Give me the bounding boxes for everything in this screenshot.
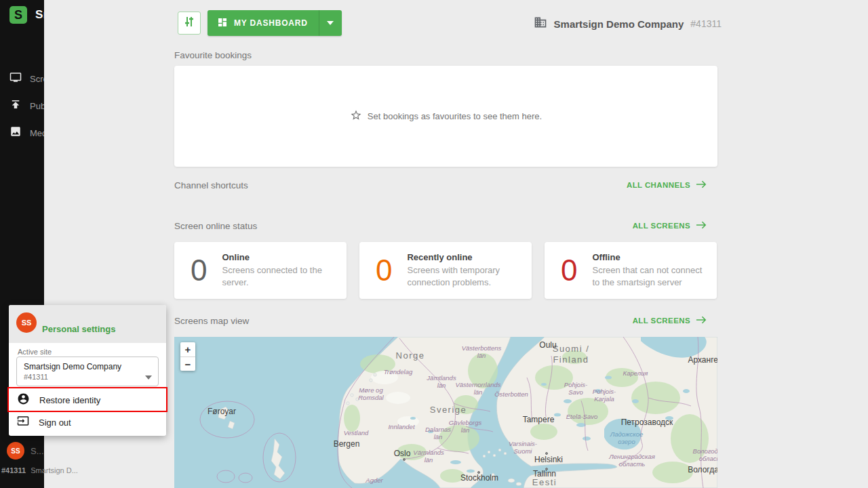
sidebar-user[interactable]: SS S... [0,439,44,462]
arrow-right-icon [696,221,707,230]
active-site-select[interactable]: Smartsign Demo Company #41311 [16,357,159,386]
publish-icon [9,98,22,113]
screens-icon [9,71,22,86]
online-card-title: Online [222,252,333,262]
status-cards-row: 0 Online Screens connected to the server… [174,242,717,299]
sidebar-user-label: S... [31,446,44,456]
map-label: Västernorrlands län [455,381,500,396]
map-label: Trøndelag [384,368,413,375]
map-label: Вологда [688,465,717,474]
map-label: Карелия [623,369,648,377]
map-section-title: Screens map view [174,316,249,326]
city-dot [545,468,548,470]
map-label: Føroyar [208,407,236,416]
chevron-down-icon [327,21,334,25]
screens-section-title: Screen online status [174,221,257,231]
restore-identity-menu-item[interactable]: Restore identity [9,389,166,411]
recently-online-count: 0 [376,256,392,285]
sidebar-item-publish[interactable]: Publis [0,92,44,119]
offline-count: 0 [561,256,577,285]
map-label: Stockholm [460,473,498,483]
map-label: Jämtlands län [427,374,456,390]
popup-avatar: SS [16,312,37,333]
dashboard-dropdown-caret[interactable] [319,10,342,36]
screens-map[interactable]: NorgeSverigeSuomi / FinlandEestiOuluАрха… [174,337,717,488]
map-zoom-control: + − [180,342,195,371]
map-label: Oulu [539,340,556,350]
my-dashboard-button[interactable]: MY DASHBOARD [208,10,342,36]
favourites-empty-message: Set bookings as favourites to see them h… [368,111,542,121]
map-label: Sverige [430,405,467,415]
all-channels-link[interactable]: ALL CHANNELS [627,180,707,190]
dashboard-grid-icon [217,17,228,30]
sidebar-site-line: #41311 Smartsign D... [1,466,78,474]
smartsign-logo-icon: S [9,6,27,24]
user-avatar: SS [7,442,24,460]
brand-text: Sm [35,8,44,22]
map-label: Oslo [394,449,411,458]
city-dot [403,458,406,461]
map-label: Innlandet [388,423,414,430]
sidebar-site-number: #41311 [1,466,26,474]
map-label: Архангел [688,355,717,365]
all-screens-link[interactable]: ALL SCREENS [633,221,707,230]
online-card-description: Screens connected to the server. [222,264,333,289]
main-area: MY DASHBOARD Smartsign Demo Company #413… [44,0,868,488]
map-all-screens-link[interactable]: ALL SCREENS [633,316,707,325]
restore-identity-label: Restore identity [39,395,100,405]
map-zoom-out-button[interactable]: − [180,357,195,371]
arrow-right-icon [696,316,707,325]
company-number: #41311 [690,18,722,29]
sign-out-label: Sign out [39,418,71,428]
map-labels: NorgeSverigeSuomi / FinlandEestiOuluАрха… [174,337,717,488]
map-label: Bergen [334,439,360,449]
active-site-label: Active site [18,348,52,356]
status-card-online: 0 Online Screens connected to the server… [174,242,347,299]
sign-out-icon [17,415,29,430]
popup-title: Personal settings [42,324,115,334]
offline-card-description: Screen that can not connect to the smart… [592,264,703,289]
recently-online-card-title: Recently online [407,252,518,262]
online-count: 0 [191,256,207,285]
media-icon [9,125,22,140]
dashboard-filter-button[interactable] [178,12,201,35]
city-dot [545,452,548,455]
sidebar-item-label: Screen [30,74,44,84]
account-circle-icon [17,392,30,408]
map-zoom-in-button[interactable]: + [180,342,195,357]
personal-settings-popup: SS Personal settings Active site Smartsi… [9,305,166,436]
recently-online-card-description: Screens with temporary connection proble… [407,264,518,289]
popup-header: SS Personal settings [9,305,166,343]
map-label: Österbotten [494,390,528,398]
status-card-offline: 0 Offline Screen that can not connect to… [545,242,717,299]
map-label: Varsinais- Suomi [509,440,537,455]
sidebar-item-media[interactable]: Media [0,119,44,146]
sidebar-item-label: Publis [30,101,44,111]
status-card-recently-online: 0 Recently online Screens with temporary… [359,242,532,299]
map-label: Etelä-Savo [566,413,597,420]
sidebar-bottom: SS S... #41311 Smartsign D... [0,439,44,462]
favourite-bookings-card: Set bookings as favourites to see them h… [174,66,717,167]
content-column: MY DASHBOARD Smartsign Demo Company #413… [174,0,717,488]
map-label: Петрозаводск [621,418,673,427]
tune-filter-icon [182,15,196,31]
sidebar-item-label: Media [30,128,44,138]
star-outline-icon [350,109,362,123]
map-label: Agder [366,476,382,484]
map-label: Вологодская область [693,447,717,463]
map-label: Västerbottens län [462,344,502,360]
offline-card-title: Offline [592,252,703,262]
map-label: Pohjois- Karjala [593,388,616,403]
dashboard-button-label: MY DASHBOARD [234,18,308,28]
app-logo[interactable]: S Sm [0,0,44,30]
map-label: Eesti [532,477,557,488]
city-dot [477,471,480,474]
active-site-number: #41311 [24,373,140,381]
all-screens-link-label: ALL SCREENS [633,222,690,230]
sidebar-site-name: Smartsign D... [31,466,78,474]
map-all-screens-link-label: ALL SCREENS [633,317,690,325]
sidebar-item-screens[interactable]: Screen [0,65,44,92]
sign-out-menu-item[interactable]: Sign out [9,411,166,433]
sidebar-nav: Screen Publis Media [0,65,44,146]
map-label: Helsinki [534,455,563,464]
